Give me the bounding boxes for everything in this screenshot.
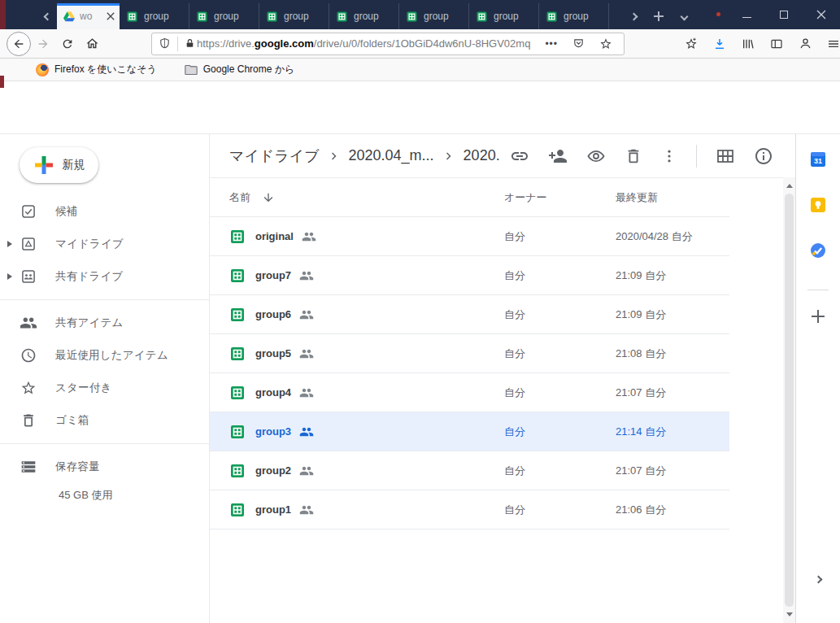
sidebar-item-recent[interactable]: 最近使用したアイテム bbox=[0, 339, 209, 372]
sort-arrow-down-icon[interactable] bbox=[262, 191, 275, 204]
file-modified: 21:08 自分 bbox=[616, 346, 710, 361]
drive-header: ドライブ ? ECCS2016 Information Technology C… bbox=[0, 81, 840, 134]
url-text[interactable]: https://drive.google.com/drive/u/0/folde… bbox=[197, 37, 530, 50]
sheets-favicon bbox=[406, 11, 418, 23]
file-row[interactable]: group4 自分 21:07 自分 bbox=[210, 373, 729, 412]
column-header-name[interactable]: 名前 bbox=[229, 190, 250, 205]
tab-group-sheet[interactable]: group bbox=[399, 3, 469, 29]
my-drive-icon bbox=[20, 236, 37, 252]
sidebar-item-starred[interactable]: スター付き bbox=[0, 372, 209, 404]
lock-icon[interactable] bbox=[185, 38, 195, 49]
share-person-add-icon[interactable] bbox=[548, 146, 568, 166]
sheets-file-icon bbox=[229, 346, 246, 362]
list-all-tabs-button[interactable] bbox=[673, 3, 694, 29]
sidebar-item-label: ゴミ箱 bbox=[55, 413, 89, 428]
bookmark-item-firefox[interactable]: Firefox を使いこなそう bbox=[36, 63, 157, 76]
content-scrollbar[interactable] bbox=[783, 177, 795, 623]
downloads-button[interactable] bbox=[712, 32, 728, 56]
new-button-label: 新規 bbox=[63, 158, 85, 172]
new-tab-button[interactable] bbox=[648, 3, 669, 29]
breadcrumb-my-drive[interactable]: マイドライブ bbox=[229, 146, 320, 166]
file-row-selected[interactable]: group3 自分 21:14 自分 bbox=[210, 412, 729, 451]
tab-title: group bbox=[424, 11, 449, 22]
reload-button[interactable] bbox=[55, 32, 80, 56]
home-icon bbox=[85, 37, 99, 50]
home-button[interactable] bbox=[80, 32, 104, 56]
delete-trash-icon[interactable] bbox=[625, 147, 642, 165]
sidebar-item-priority[interactable]: 候補 bbox=[0, 195, 209, 228]
bookmark-folder-chrome[interactable]: Google Chrome から bbox=[185, 63, 295, 76]
minimize-button[interactable] bbox=[728, 0, 765, 29]
grid-view-icon[interactable] bbox=[716, 146, 735, 166]
info-icon[interactable] bbox=[754, 146, 773, 166]
expand-arrow-icon[interactable] bbox=[0, 241, 18, 247]
account-button[interactable] bbox=[797, 32, 813, 56]
sheets-favicon bbox=[266, 11, 278, 23]
tab-group-sheet[interactable]: group bbox=[120, 3, 189, 29]
file-row[interactable]: group2 自分 21:07 自分 bbox=[210, 451, 729, 490]
scrollbar-thumb[interactable] bbox=[785, 194, 794, 607]
file-row[interactable]: group6 自分 21:09 自分 bbox=[210, 295, 729, 334]
sidebar-item-shared-with-me[interactable]: 共有アイテム bbox=[0, 307, 209, 339]
sidebar-item-shared-drives[interactable]: 共有ドライブ bbox=[0, 260, 209, 293]
tab-group-sheet[interactable]: group bbox=[259, 3, 329, 29]
maximize-button[interactable] bbox=[765, 0, 803, 29]
breadcrumb-current-folder[interactable]: 2020. bbox=[464, 147, 500, 164]
calendar-icon[interactable]: 31 bbox=[810, 151, 826, 168]
tab-active-drive[interactable]: wo bbox=[57, 3, 120, 29]
tracking-protection-shield-icon[interactable] bbox=[159, 37, 171, 50]
bookmark-star-icon[interactable] bbox=[599, 37, 612, 50]
more-options-icon[interactable] bbox=[661, 148, 677, 164]
file-name: group3 bbox=[255, 425, 291, 438]
tab-title: group bbox=[564, 11, 589, 22]
sidebar-item-storage[interactable]: 保存容量 bbox=[0, 451, 209, 483]
file-modified: 21:09 自分 bbox=[616, 307, 710, 322]
sheets-favicon bbox=[476, 11, 488, 23]
scroll-up-arrow[interactable] bbox=[783, 180, 795, 192]
tab-scroll-left-button[interactable] bbox=[37, 3, 57, 29]
close-window-button[interactable] bbox=[803, 0, 840, 29]
file-row[interactable]: group1 自分 21:06 自分 bbox=[210, 490, 729, 529]
drive-content: マイドライブ 2020.04_m... 2020. bbox=[210, 134, 783, 623]
sidebar-item-label: 保存容量 bbox=[55, 460, 100, 474]
url-bar[interactable]: https://drive.google.com/drive/u/0/folde… bbox=[151, 33, 625, 55]
sheets-favicon bbox=[196, 11, 208, 23]
collapse-panel-button[interactable] bbox=[816, 571, 821, 586]
sidebar-item-my-drive[interactable]: マイドライブ bbox=[0, 228, 209, 260]
forward-button[interactable] bbox=[31, 32, 55, 56]
preview-eye-icon[interactable] bbox=[586, 146, 606, 166]
sheets-favicon bbox=[336, 11, 348, 23]
sidebar-toggle-button[interactable] bbox=[768, 32, 785, 56]
bookmarks-star-badge-button[interactable] bbox=[683, 32, 699, 56]
multicolor-plus-icon bbox=[33, 155, 54, 176]
breadcrumb-parent-folder[interactable]: 2020.04_m... bbox=[349, 147, 434, 164]
back-button[interactable] bbox=[7, 32, 31, 56]
library-button[interactable] bbox=[740, 32, 756, 56]
tasks-icon[interactable] bbox=[810, 242, 826, 259]
divider bbox=[0, 443, 209, 444]
sheets-file-icon bbox=[229, 268, 246, 284]
new-button[interactable]: 新規 bbox=[20, 147, 98, 183]
get-link-icon[interactable] bbox=[510, 146, 529, 166]
scroll-down-arrow[interactable] bbox=[783, 608, 795, 621]
file-row[interactable]: original 自分 2020/04/28 自分 bbox=[210, 217, 729, 256]
tab-group-sheet[interactable]: group bbox=[329, 3, 399, 29]
expand-arrow-icon[interactable] bbox=[0, 273, 18, 280]
chevron-right-icon bbox=[442, 149, 456, 163]
page-actions-button[interactable]: ••• bbox=[545, 38, 558, 50]
menu-button[interactable] bbox=[825, 32, 840, 56]
add-addon-plus-icon[interactable] bbox=[812, 310, 825, 323]
chevron-right-icon bbox=[814, 576, 822, 584]
tab-group-sheet[interactable]: group bbox=[189, 3, 259, 29]
file-name: group4 bbox=[255, 386, 291, 399]
tab-scroll-right-button[interactable] bbox=[623, 3, 644, 29]
sidebar-item-trash[interactable]: ゴミ箱 bbox=[0, 404, 209, 437]
keep-icon[interactable] bbox=[810, 197, 826, 213]
background-window-sliver bbox=[0, 0, 6, 29]
pocket-icon[interactable] bbox=[572, 37, 585, 50]
close-tab-icon[interactable] bbox=[107, 12, 115, 20]
tab-group-sheet[interactable]: group bbox=[539, 3, 609, 29]
file-row[interactable]: group7 自分 21:09 自分 bbox=[210, 256, 729, 295]
file-row[interactable]: group5 自分 21:08 自分 bbox=[210, 334, 729, 373]
tab-group-sheet[interactable]: group bbox=[469, 3, 539, 29]
